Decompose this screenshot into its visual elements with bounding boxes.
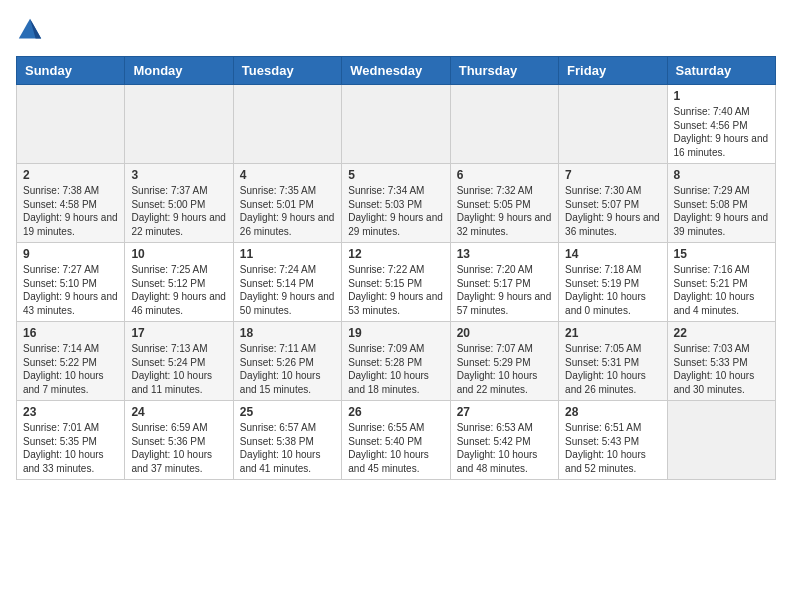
- day-number: 23: [23, 405, 118, 419]
- day-number: 3: [131, 168, 226, 182]
- day-info: Sunrise: 7:32 AM Sunset: 5:05 PM Dayligh…: [457, 184, 552, 238]
- logo-icon: [16, 16, 44, 44]
- day-info: Sunrise: 7:37 AM Sunset: 5:00 PM Dayligh…: [131, 184, 226, 238]
- day-info: Sunrise: 7:13 AM Sunset: 5:24 PM Dayligh…: [131, 342, 226, 396]
- day-info: Sunrise: 7:38 AM Sunset: 4:58 PM Dayligh…: [23, 184, 118, 238]
- day-number: 27: [457, 405, 552, 419]
- logo: [16, 16, 48, 44]
- calendar-cell: 6Sunrise: 7:32 AM Sunset: 5:05 PM Daylig…: [450, 164, 558, 243]
- day-info: Sunrise: 7:14 AM Sunset: 5:22 PM Dayligh…: [23, 342, 118, 396]
- calendar-cell: 28Sunrise: 6:51 AM Sunset: 5:43 PM Dayli…: [559, 401, 667, 480]
- calendar-cell: 20Sunrise: 7:07 AM Sunset: 5:29 PM Dayli…: [450, 322, 558, 401]
- day-number: 20: [457, 326, 552, 340]
- calendar-cell: 2Sunrise: 7:38 AM Sunset: 4:58 PM Daylig…: [17, 164, 125, 243]
- day-info: Sunrise: 7:30 AM Sunset: 5:07 PM Dayligh…: [565, 184, 660, 238]
- calendar-cell: 16Sunrise: 7:14 AM Sunset: 5:22 PM Dayli…: [17, 322, 125, 401]
- day-number: 12: [348, 247, 443, 261]
- calendar-cell: 3Sunrise: 7:37 AM Sunset: 5:00 PM Daylig…: [125, 164, 233, 243]
- day-info: Sunrise: 7:16 AM Sunset: 5:21 PM Dayligh…: [674, 263, 769, 317]
- column-header-monday: Monday: [125, 57, 233, 85]
- calendar-cell: 4Sunrise: 7:35 AM Sunset: 5:01 PM Daylig…: [233, 164, 341, 243]
- calendar-cell: 22Sunrise: 7:03 AM Sunset: 5:33 PM Dayli…: [667, 322, 775, 401]
- calendar-cell: 11Sunrise: 7:24 AM Sunset: 5:14 PM Dayli…: [233, 243, 341, 322]
- day-number: 4: [240, 168, 335, 182]
- day-info: Sunrise: 7:09 AM Sunset: 5:28 PM Dayligh…: [348, 342, 443, 396]
- calendar-week-row: 16Sunrise: 7:14 AM Sunset: 5:22 PM Dayli…: [17, 322, 776, 401]
- day-number: 8: [674, 168, 769, 182]
- calendar-cell: 9Sunrise: 7:27 AM Sunset: 5:10 PM Daylig…: [17, 243, 125, 322]
- day-info: Sunrise: 7:20 AM Sunset: 5:17 PM Dayligh…: [457, 263, 552, 317]
- calendar-week-row: 9Sunrise: 7:27 AM Sunset: 5:10 PM Daylig…: [17, 243, 776, 322]
- day-number: 21: [565, 326, 660, 340]
- day-info: Sunrise: 6:55 AM Sunset: 5:40 PM Dayligh…: [348, 421, 443, 475]
- calendar-cell: [125, 85, 233, 164]
- calendar-cell: 8Sunrise: 7:29 AM Sunset: 5:08 PM Daylig…: [667, 164, 775, 243]
- day-number: 19: [348, 326, 443, 340]
- day-number: 22: [674, 326, 769, 340]
- calendar-cell: 5Sunrise: 7:34 AM Sunset: 5:03 PM Daylig…: [342, 164, 450, 243]
- column-header-sunday: Sunday: [17, 57, 125, 85]
- calendar-cell: 27Sunrise: 6:53 AM Sunset: 5:42 PM Dayli…: [450, 401, 558, 480]
- day-number: 2: [23, 168, 118, 182]
- calendar-cell: [667, 401, 775, 480]
- calendar-cell: 18Sunrise: 7:11 AM Sunset: 5:26 PM Dayli…: [233, 322, 341, 401]
- column-header-saturday: Saturday: [667, 57, 775, 85]
- day-info: Sunrise: 6:53 AM Sunset: 5:42 PM Dayligh…: [457, 421, 552, 475]
- calendar-cell: [17, 85, 125, 164]
- day-info: Sunrise: 6:51 AM Sunset: 5:43 PM Dayligh…: [565, 421, 660, 475]
- calendar-cell: 25Sunrise: 6:57 AM Sunset: 5:38 PM Dayli…: [233, 401, 341, 480]
- day-number: 10: [131, 247, 226, 261]
- day-number: 28: [565, 405, 660, 419]
- day-info: Sunrise: 7:34 AM Sunset: 5:03 PM Dayligh…: [348, 184, 443, 238]
- day-info: Sunrise: 7:18 AM Sunset: 5:19 PM Dayligh…: [565, 263, 660, 317]
- day-info: Sunrise: 7:05 AM Sunset: 5:31 PM Dayligh…: [565, 342, 660, 396]
- day-number: 14: [565, 247, 660, 261]
- day-number: 5: [348, 168, 443, 182]
- column-header-wednesday: Wednesday: [342, 57, 450, 85]
- day-info: Sunrise: 7:29 AM Sunset: 5:08 PM Dayligh…: [674, 184, 769, 238]
- calendar-week-row: 2Sunrise: 7:38 AM Sunset: 4:58 PM Daylig…: [17, 164, 776, 243]
- day-number: 26: [348, 405, 443, 419]
- day-number: 13: [457, 247, 552, 261]
- day-number: 11: [240, 247, 335, 261]
- day-info: Sunrise: 7:01 AM Sunset: 5:35 PM Dayligh…: [23, 421, 118, 475]
- day-number: 24: [131, 405, 226, 419]
- day-number: 15: [674, 247, 769, 261]
- day-info: Sunrise: 6:57 AM Sunset: 5:38 PM Dayligh…: [240, 421, 335, 475]
- calendar-week-row: 1Sunrise: 7:40 AM Sunset: 4:56 PM Daylig…: [17, 85, 776, 164]
- calendar-cell: [233, 85, 341, 164]
- day-number: 6: [457, 168, 552, 182]
- calendar-cell: [450, 85, 558, 164]
- column-header-friday: Friday: [559, 57, 667, 85]
- day-info: Sunrise: 7:03 AM Sunset: 5:33 PM Dayligh…: [674, 342, 769, 396]
- calendar-cell: [559, 85, 667, 164]
- day-number: 25: [240, 405, 335, 419]
- day-number: 7: [565, 168, 660, 182]
- calendar-cell: 10Sunrise: 7:25 AM Sunset: 5:12 PM Dayli…: [125, 243, 233, 322]
- day-info: Sunrise: 6:59 AM Sunset: 5:36 PM Dayligh…: [131, 421, 226, 475]
- calendar-cell: 26Sunrise: 6:55 AM Sunset: 5:40 PM Dayli…: [342, 401, 450, 480]
- calendar-cell: 7Sunrise: 7:30 AM Sunset: 5:07 PM Daylig…: [559, 164, 667, 243]
- day-info: Sunrise: 7:25 AM Sunset: 5:12 PM Dayligh…: [131, 263, 226, 317]
- calendar-cell: [342, 85, 450, 164]
- calendar-cell: 1Sunrise: 7:40 AM Sunset: 4:56 PM Daylig…: [667, 85, 775, 164]
- day-number: 1: [674, 89, 769, 103]
- page-header: [16, 16, 776, 44]
- calendar-header-row: SundayMondayTuesdayWednesdayThursdayFrid…: [17, 57, 776, 85]
- calendar-cell: 19Sunrise: 7:09 AM Sunset: 5:28 PM Dayli…: [342, 322, 450, 401]
- calendar-cell: 23Sunrise: 7:01 AM Sunset: 5:35 PM Dayli…: [17, 401, 125, 480]
- day-number: 17: [131, 326, 226, 340]
- day-info: Sunrise: 7:24 AM Sunset: 5:14 PM Dayligh…: [240, 263, 335, 317]
- day-info: Sunrise: 7:11 AM Sunset: 5:26 PM Dayligh…: [240, 342, 335, 396]
- calendar-cell: 13Sunrise: 7:20 AM Sunset: 5:17 PM Dayli…: [450, 243, 558, 322]
- calendar-cell: 21Sunrise: 7:05 AM Sunset: 5:31 PM Dayli…: [559, 322, 667, 401]
- day-info: Sunrise: 7:35 AM Sunset: 5:01 PM Dayligh…: [240, 184, 335, 238]
- calendar-cell: 17Sunrise: 7:13 AM Sunset: 5:24 PM Dayli…: [125, 322, 233, 401]
- day-number: 18: [240, 326, 335, 340]
- day-info: Sunrise: 7:22 AM Sunset: 5:15 PM Dayligh…: [348, 263, 443, 317]
- calendar-cell: 24Sunrise: 6:59 AM Sunset: 5:36 PM Dayli…: [125, 401, 233, 480]
- calendar-table: SundayMondayTuesdayWednesdayThursdayFrid…: [16, 56, 776, 480]
- day-number: 16: [23, 326, 118, 340]
- day-info: Sunrise: 7:07 AM Sunset: 5:29 PM Dayligh…: [457, 342, 552, 396]
- calendar-week-row: 23Sunrise: 7:01 AM Sunset: 5:35 PM Dayli…: [17, 401, 776, 480]
